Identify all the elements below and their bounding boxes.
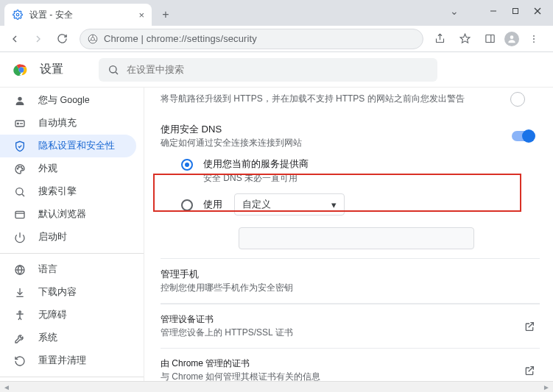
sidebar-item-label: 启动时: [38, 231, 67, 243]
chrome-managed-certs-row[interactable]: 由 Chrome 管理的证书 与 Chrome 如何管理其根证书有关的信息: [161, 348, 540, 381]
svg-point-16: [533, 38, 535, 40]
scroll-right-arrow[interactable]: ►: [541, 383, 552, 391]
sidebar-item-you-and-google[interactable]: 您与 Google: [0, 89, 136, 112]
maximize-button[interactable]: [504, 0, 526, 22]
svg-point-24: [17, 123, 18, 124]
accessibility-icon: [13, 310, 27, 321]
side-panel-icon[interactable]: [479, 29, 500, 49]
svg-point-0: [16, 13, 19, 16]
dns-custom-input[interactable]: [239, 227, 474, 249]
dns-provider-select[interactable]: 自定义 ▾: [234, 193, 345, 215]
manage-device-certs-row[interactable]: 管理设备证书 管理您设备上的 HTTPS/SSL 证书: [161, 304, 540, 348]
radio-sublabel: 安全 DNS 未必一直可用: [203, 172, 309, 185]
sidebar-item-autofill[interactable]: 自动填充: [0, 112, 136, 135]
browser-toolbar: Chrome | chrome://settings/security: [0, 26, 553, 52]
svg-rect-2: [513, 9, 518, 14]
window-controls: [482, 0, 549, 22]
radio-current-provider[interactable]: [181, 159, 193, 171]
browser-tab[interactable]: 设置 - 安全 ×: [4, 4, 152, 26]
sidebar-item-languages[interactable]: 语言: [0, 258, 136, 281]
reload-button[interactable]: [52, 29, 72, 49]
svg-point-20: [110, 65, 116, 72]
radio-custom-provider[interactable]: [181, 199, 193, 211]
shield-icon: [13, 140, 27, 152]
https-upgrade-description: 将导航路径升级到 HTTPS，并在加载不支持 HTTPS 的网站之前向您发出警告: [161, 92, 465, 105]
close-icon[interactable]: ×: [138, 10, 144, 21]
svg-point-14: [510, 35, 514, 39]
sidebar-item-label: 无障碍: [38, 309, 67, 321]
sidebar-item-accessibility[interactable]: 无障碍: [0, 304, 136, 327]
manage-certs-subtitle: 管理您设备上的 HTTPS/SSL 证书: [161, 326, 293, 339]
back-button[interactable]: [4, 29, 25, 49]
search-icon: [108, 64, 119, 76]
scroll-left-arrow[interactable]: ◄: [1, 383, 12, 391]
sidebar-item-reset[interactable]: 重置并清理: [0, 349, 136, 372]
gear-icon: [12, 9, 24, 21]
external-link-icon: [524, 365, 535, 377]
secure-dns-subtitle: 确定如何通过安全连接来连接到网站: [161, 136, 302, 149]
radio-label: 使用您当前的服务提供商: [203, 158, 309, 171]
autofill-icon: [13, 118, 27, 129]
address-bar[interactable]: Chrome | chrome://settings/security: [80, 29, 423, 49]
horizontal-scrollbar[interactable]: ◄ ►: [0, 381, 553, 392]
scroll-track[interactable]: [12, 382, 541, 392]
sidebar-item-on-startup[interactable]: 启动时: [0, 226, 136, 249]
svg-point-26: [17, 168, 18, 168]
window-titlebar: 设置 - 安全 × + ⌄: [0, 0, 553, 26]
settings-sidebar: 您与 Google 自动填充 隐私设置和安全性 外观 搜索引擎 默认浏览器 启动…: [0, 88, 144, 381]
sidebar-item-label: 搜索引擎: [38, 185, 77, 198]
divider: [0, 377, 144, 377]
svg-point-17: [533, 41, 535, 43]
secure-dns-toggle[interactable]: [512, 131, 534, 141]
power-icon: [13, 232, 27, 243]
reset-icon: [13, 355, 27, 367]
palette-icon: [13, 163, 27, 175]
svg-point-28: [21, 166, 21, 167]
sidebar-item-search-engine[interactable]: 搜索引擎: [0, 180, 136, 203]
sidebar-item-downloads[interactable]: 下载内容: [0, 281, 136, 304]
svg-rect-12: [485, 35, 493, 43]
chevron-down-icon: ▾: [331, 199, 337, 210]
svg-point-30: [16, 188, 23, 194]
chevron-down-icon[interactable]: ⌄: [450, 5, 459, 17]
share-icon[interactable]: [429, 29, 450, 49]
manage-certs-title: 管理设备证书: [161, 313, 293, 326]
sidebar-item-label: 自动填充: [38, 117, 77, 129]
sidebar-item-label: 外观: [38, 163, 57, 175]
sidebar-item-label: 语言: [38, 263, 57, 276]
avatar[interactable]: [504, 32, 519, 46]
chrome-icon: [88, 34, 98, 44]
sidebar-item-appearance[interactable]: 外观: [0, 157, 136, 180]
select-value: 自定义: [242, 198, 271, 211]
settings-search[interactable]: [99, 58, 437, 82]
chrome-logo-icon: [13, 62, 29, 78]
sidebar-item-system[interactable]: 系统: [0, 327, 136, 349]
search-input[interactable]: [127, 64, 429, 75]
sidebar-item-label: 下载内容: [38, 286, 77, 299]
chrome-certs-title: 由 Chrome 管理的证书: [161, 357, 320, 370]
sidebar-item-label: 默认浏览器: [38, 208, 86, 221]
svg-point-27: [18, 166, 19, 167]
chrome-certs-subtitle: 与 Chrome 如何管理其根证书有关的信息: [161, 370, 320, 381]
external-link-icon: [524, 321, 535, 332]
svg-point-6: [91, 37, 95, 40]
forward-button[interactable]: [28, 29, 49, 49]
sidebar-item-default-browser[interactable]: 默认浏览器: [0, 203, 136, 226]
manage-phones-title: 管理手机: [161, 268, 540, 281]
person-icon: [13, 95, 27, 107]
svg-point-19: [19, 68, 24, 72]
sidebar-item-privacy[interactable]: 隐私设置和安全性: [0, 135, 136, 157]
new-tab-button[interactable]: +: [156, 5, 175, 24]
settings-header: 设置: [0, 52, 553, 88]
search-icon: [13, 186, 27, 198]
globe-icon: [13, 264, 27, 276]
sidebar-item-label: 隐私设置和安全性: [38, 140, 115, 152]
browser-icon: [13, 209, 27, 221]
bookmark-icon[interactable]: [454, 29, 475, 49]
menu-dots-icon[interactable]: [524, 29, 544, 49]
close-window-button[interactable]: [526, 0, 549, 22]
manage-phones-subtitle: 控制您使用哪些手机作为安全密钥: [161, 281, 540, 294]
svg-point-37: [19, 311, 21, 313]
radio-label: 使用: [203, 199, 222, 211]
minimize-button[interactable]: [482, 0, 504, 22]
